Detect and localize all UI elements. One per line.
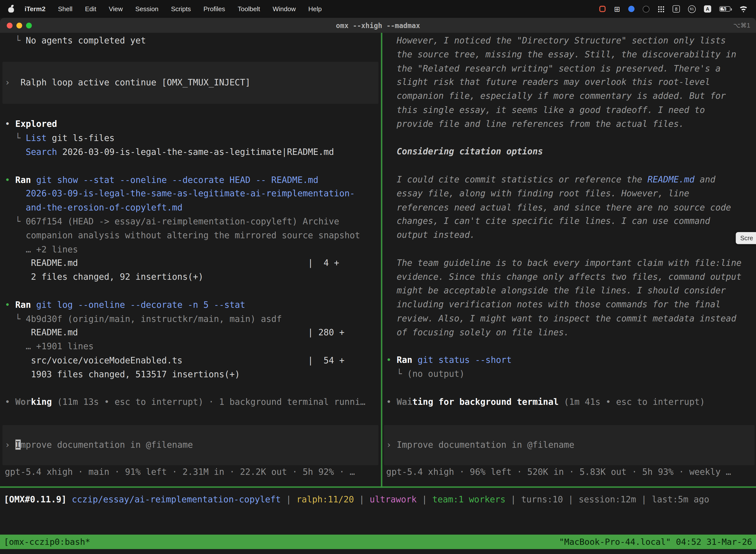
terminal-line: evidence. Since this change only affects… bbox=[386, 270, 752, 284]
text-segment: src/voice/voiceModeEnabled.ts | 54 + bbox=[5, 355, 344, 365]
terminal-line: • Ran git status --short bbox=[386, 353, 752, 367]
charging-bolt-icon: ϟ bbox=[723, 6, 726, 11]
terminal-line: companion file, especially if more comme… bbox=[386, 89, 752, 103]
text-segment: git status --short bbox=[418, 355, 512, 365]
wifi-icon[interactable] bbox=[739, 5, 748, 12]
apple-menu-icon[interactable] bbox=[8, 5, 14, 13]
text-segment: 2026-03-09-is-legal-the-same-as-legitima… bbox=[57, 147, 334, 157]
terminal-line: … +1901 lines bbox=[5, 340, 376, 354]
inject-banner: › Ralph loop active continue [OMX_TMUX_I… bbox=[2, 62, 378, 104]
text-segment: Improve documentation in @filename bbox=[397, 439, 574, 449]
screen-recording-icon[interactable] bbox=[600, 6, 606, 12]
text-segment: | bbox=[281, 494, 296, 504]
text-segment: (11m 13s • esc to interrupt) · 1 backgro… bbox=[52, 397, 365, 407]
text-segment: gpt-5.4 xhigh · main · 91% left · 2.31M … bbox=[5, 466, 355, 477]
text-segment: session:12m bbox=[579, 494, 636, 504]
terminal-line: the source tree, missing the essay. Stil… bbox=[386, 48, 752, 62]
text-segment: the source tree, missing the essay. Stil… bbox=[386, 49, 736, 59]
text-segment: changes, I can't cite specific file line… bbox=[386, 216, 710, 226]
terminal-line: … +2 lines bbox=[5, 242, 376, 257]
menu-toolbelt[interactable]: Toolbelt bbox=[232, 5, 266, 12]
text-segment: (no output) bbox=[407, 369, 464, 379]
battery-icon[interactable]: ϟ bbox=[719, 6, 731, 11]
text-segment: git ls-files bbox=[47, 133, 115, 143]
terminal-line: └ 067f154 (HEAD -> essay/ai-reimplementa… bbox=[5, 215, 376, 229]
menu-profiles[interactable]: Profiles bbox=[197, 5, 232, 12]
terminal-line: of focusing solely on file lines. bbox=[386, 326, 752, 340]
text-segment: including verification notes with those … bbox=[386, 299, 720, 309]
input-source-icon[interactable]: A bbox=[704, 5, 711, 12]
text-segment: 1903 files changed, 513517 insertions(+) bbox=[5, 369, 240, 379]
left-pane[interactable]: └ No agents completed yet › Ralph loop a… bbox=[0, 33, 381, 486]
tmux-status-bar: [omx-cczip0:bash* "MacBook-Pro-44.local"… bbox=[0, 535, 756, 549]
waiting-status-line: • Waiting for background terminal (1m 41… bbox=[386, 395, 752, 409]
dots-grid-icon[interactable] bbox=[657, 5, 664, 12]
blank-line bbox=[5, 284, 376, 298]
text-segment: Considering citation options bbox=[386, 147, 543, 157]
horizontal-pane-border bbox=[0, 486, 756, 488]
prompt-input[interactable]: › Improve documentation in @filename bbox=[384, 425, 755, 465]
text-segment: slight risk that future readers may over… bbox=[386, 77, 710, 87]
text-segment: review. Also, I might want to inspect th… bbox=[386, 313, 736, 323]
omx-status-line: [OMX#0.11.9] cczip/essay/ai-reimplementa… bbox=[4, 493, 756, 507]
blue-app-icon[interactable] bbox=[628, 6, 634, 12]
terminal-line: and-the-erosion-of-copyleft.md bbox=[5, 201, 376, 215]
menu-shell[interactable]: Shell bbox=[52, 5, 79, 12]
right-pane[interactable]: However, I noticed the "Directory Struct… bbox=[382, 33, 756, 486]
blank-line bbox=[386, 242, 752, 256]
text-segment: last:5m ago bbox=[652, 494, 709, 504]
text-segment: I bbox=[15, 440, 20, 450]
terminal-line: review. Also, I might want to inspect th… bbox=[386, 312, 752, 326]
menu-edit[interactable]: Edit bbox=[79, 5, 103, 12]
text-segment: • bbox=[386, 355, 397, 365]
terminal-line: └ No agents completed yet bbox=[5, 34, 376, 48]
prompt-input[interactable]: › Improve documentation in @filename bbox=[2, 425, 378, 465]
text-segment: Ralph loop active continue [OMX_TMUX_INJ… bbox=[20, 77, 251, 87]
text-segment: essay file, along with finding root file… bbox=[386, 188, 689, 198]
text-segment: README.md bbox=[647, 174, 694, 184]
text-segment: mprove documentation in @filename bbox=[20, 440, 193, 450]
text-segment: › bbox=[5, 77, 20, 87]
text-segment: | bbox=[505, 494, 521, 504]
blank-line bbox=[386, 159, 752, 173]
dark-app-icon[interactable] bbox=[643, 5, 649, 12]
terminal-line: provide file and line references from th… bbox=[386, 117, 752, 131]
terminal-line: src/voice/voiceModeEnabled.ts | 54 + bbox=[5, 354, 376, 368]
text-segment: [OMX#0.11.9] bbox=[4, 494, 72, 504]
terminal-line: 2026-03-09-is-legal-the-same-as-legitima… bbox=[5, 187, 376, 201]
text-segment: README.md | 4 + bbox=[5, 258, 339, 268]
grid-icon[interactable]: ⊞ bbox=[614, 5, 620, 12]
text-segment: 4b9d30f (origin/main, instructkr/main, m… bbox=[26, 314, 282, 324]
menu-scripts[interactable]: Scripts bbox=[165, 5, 197, 12]
menu-session[interactable]: Session bbox=[129, 5, 165, 12]
menu-window[interactable]: Window bbox=[266, 5, 302, 12]
text-segment: 2 files changed, 92 insertions(+) bbox=[5, 272, 203, 282]
text-segment: └ bbox=[5, 35, 25, 45]
text-segment: git show --stat --oneline --decorate HEA… bbox=[36, 174, 318, 185]
key-8-icon[interactable]: 8 bbox=[673, 5, 680, 12]
terminal-line: slight risk that future readers may over… bbox=[386, 75, 752, 89]
text-segment: companion file, especially if more comme… bbox=[386, 91, 726, 101]
terminal-line: might be acceptable alongside the file l… bbox=[386, 284, 752, 298]
text-segment: the "Related research writing" section i… bbox=[386, 63, 720, 73]
text-segment: cczip/essay/ai-reimplementation-copyleft bbox=[72, 494, 281, 504]
window-title-bar[interactable]: omx --xhigh --madmax ⌥⌘1 bbox=[0, 18, 756, 33]
window-shortcut-badge: ⌥⌘1 bbox=[733, 21, 750, 29]
text-segment: I could cite commit statistics or refere… bbox=[386, 174, 647, 184]
terminal-line: • Ran git log --oneline --decorate -n 5 … bbox=[5, 298, 376, 312]
blank-line bbox=[5, 48, 376, 62]
menu-help[interactable]: Help bbox=[302, 5, 328, 12]
text-segment: king bbox=[31, 397, 52, 407]
menu-view[interactable]: View bbox=[103, 5, 129, 12]
terminal-line: • Explored bbox=[5, 117, 376, 131]
text-segment: … +2 lines bbox=[5, 244, 78, 254]
text-segment: • bbox=[5, 119, 15, 129]
text-segment: 067f154 (HEAD -> essay/ai-reimplementati… bbox=[26, 216, 339, 226]
menu-iterm2[interactable]: iTerm2 bbox=[18, 5, 52, 12]
terminal-line: companion analysis without altering the … bbox=[5, 229, 376, 242]
terminal-line: • Ran git show --stat --oneline --decora… bbox=[5, 173, 376, 187]
gauge-61-icon[interactable]: 61 bbox=[688, 5, 696, 13]
box-line: › Improve documentation in @filename bbox=[5, 438, 376, 452]
text-segment: provide file and line references from th… bbox=[386, 119, 684, 129]
window-title: omx --xhigh --madmax bbox=[0, 21, 756, 29]
